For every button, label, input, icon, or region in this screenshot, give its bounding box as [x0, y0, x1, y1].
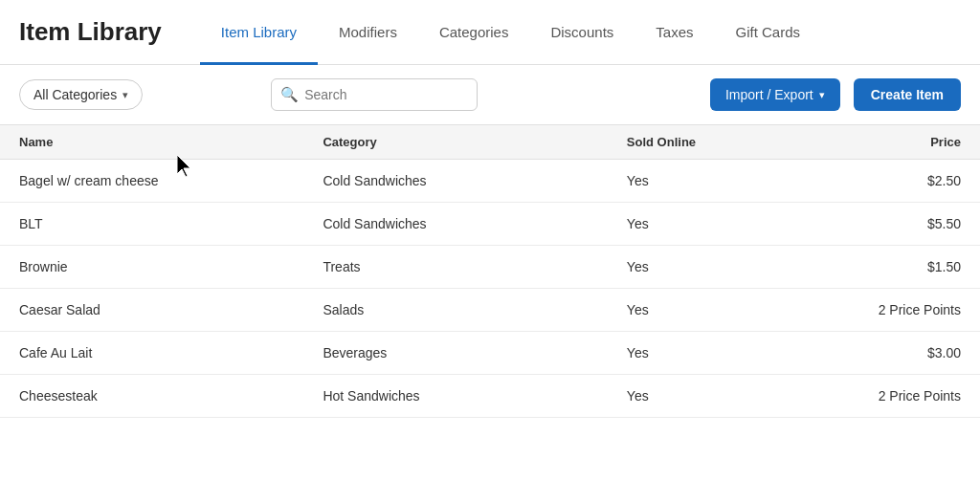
col-header-price: Price [809, 135, 961, 149]
cell-sold_online: Yes [627, 259, 809, 274]
cell-price: $3.00 [809, 345, 961, 360]
table-header: Name Category Sold Online Price [0, 125, 980, 160]
table-body: Bagel w/ cream cheeseCold SandwichesYes$… [0, 160, 980, 418]
table-row[interactable]: Caesar SaladSaladsYes2 Price Points [0, 289, 980, 332]
cell-name: Cafe Au Lait [19, 345, 323, 360]
table-row[interactable]: Bagel w/ cream cheeseCold SandwichesYes$… [0, 160, 980, 203]
col-header-name: Name [19, 135, 323, 149]
search-icon: 🔍 [280, 86, 299, 103]
all-categories-label: All Categories [33, 87, 117, 102]
cell-sold_online: Yes [627, 302, 809, 317]
cell-category: Salads [323, 302, 626, 317]
cell-category: Hot Sandwiches [323, 388, 626, 404]
tab-gift-cards[interactable]: Gift Cards [714, 1, 821, 65]
col-header-category: Category [323, 135, 626, 149]
header: Item Library Item LibraryModifiersCatego… [0, 0, 980, 65]
all-categories-button[interactable]: All Categories ▾ [19, 79, 143, 110]
cell-price: $1.50 [809, 259, 961, 274]
chevron-down-icon: ▾ [122, 89, 128, 101]
create-item-label: Create Item [871, 87, 944, 102]
search-input[interactable] [271, 78, 477, 111]
toolbar: All Categories ▾ 🔍 Import / Export ▾ Cre… [0, 65, 980, 125]
cell-name: Caesar Salad [19, 302, 323, 317]
cell-price: 2 Price Points [809, 302, 961, 317]
create-item-button[interactable]: Create Item [854, 78, 961, 111]
tab-modifiers[interactable]: Modifiers [318, 1, 418, 65]
page-title: Item Library [19, 17, 162, 47]
cell-price: 2 Price Points [809, 388, 961, 404]
cell-sold_online: Yes [627, 388, 809, 404]
import-export-label: Import / Export [725, 87, 813, 102]
table-row[interactable]: Cafe Au LaitBeveragesYes$3.00 [0, 332, 980, 375]
cell-name: Cheesesteak [19, 388, 323, 404]
import-export-button[interactable]: Import / Export ▾ [710, 78, 840, 111]
tab-categories[interactable]: Categories [418, 1, 530, 65]
nav-tabs: Item LibraryModifiersCategoriesDiscounts… [200, 0, 821, 64]
item-table: Name Category Sold Online Price Bagel w/… [0, 125, 980, 418]
cell-sold_online: Yes [627, 345, 809, 360]
cell-name: Brownie [19, 259, 323, 274]
cell-category: Cold Sandwiches [323, 216, 626, 231]
tab-item-library[interactable]: Item Library [200, 1, 318, 65]
cell-price: $5.50 [809, 216, 961, 231]
table-row[interactable]: BLTCold SandwichesYes$5.50 [0, 203, 980, 246]
cell-category: Cold Sandwiches [323, 173, 626, 188]
tab-discounts[interactable]: Discounts [529, 1, 635, 65]
cell-sold_online: Yes [627, 173, 809, 188]
table-row[interactable]: CheesesteakHot SandwichesYes2 Price Poin… [0, 375, 980, 418]
cell-name: BLT [19, 216, 323, 231]
cell-price: $2.50 [809, 173, 961, 188]
cell-category: Beverages [323, 345, 626, 360]
cell-category: Treats [323, 259, 626, 274]
chevron-down-icon-2: ▾ [819, 89, 825, 101]
table-row[interactable]: BrownieTreatsYes$1.50 [0, 246, 980, 289]
col-header-sold-online: Sold Online [627, 135, 809, 149]
tab-taxes[interactable]: Taxes [635, 1, 714, 65]
cell-name: Bagel w/ cream cheese [19, 173, 323, 188]
search-container: 🔍 [271, 78, 477, 111]
cell-sold_online: Yes [627, 216, 809, 231]
